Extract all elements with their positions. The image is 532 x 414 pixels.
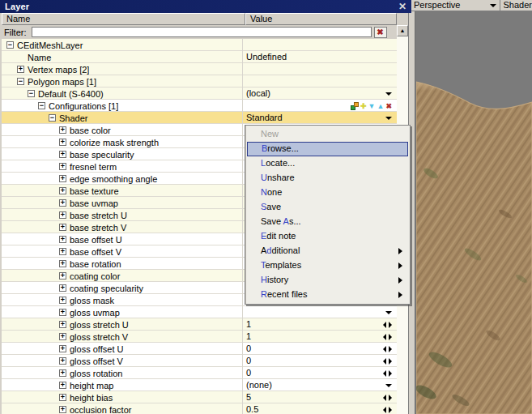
expand-plus-icon[interactable]: + (59, 394, 66, 401)
value-stepper[interactable] (383, 367, 392, 379)
expand-plus-icon[interactable]: + (59, 321, 66, 328)
tree-row-gloss-stretch-u[interactable]: +gloss stretch U1 (2, 318, 397, 331)
tree-row-gloss-rotation[interactable]: +gloss rotation0 (2, 367, 397, 379)
step-right-icon[interactable] (389, 346, 392, 352)
viewport-canvas[interactable] (411, 11, 532, 414)
row-value[interactable]: (none) (246, 379, 272, 391)
value-stepper[interactable] (383, 403, 392, 414)
dropdown-button[interactable] (385, 87, 392, 100)
delete-icon[interactable]: ✖ (385, 102, 392, 110)
tree-row-polygon-maps-1[interactable]: −Polygon maps [1] (2, 75, 397, 87)
expand-plus-icon[interactable]: + (59, 382, 66, 389)
collapse-minus-icon[interactable]: − (6, 41, 14, 49)
row-value[interactable]: 1 (246, 318, 251, 330)
step-left-icon[interactable] (383, 346, 386, 352)
tree-row-gloss-offset-u[interactable]: +gloss offset U0 (2, 343, 397, 355)
expand-plus-icon[interactable]: + (59, 187, 66, 194)
filter-clear-button[interactable]: ✖ (374, 27, 387, 38)
collapse-minus-icon[interactable]: − (38, 102, 45, 109)
display-mode-button[interactable]: Shader (500, 0, 532, 11)
move-down-icon[interactable]: ▼ (368, 102, 376, 110)
expand-plus-icon[interactable]: + (59, 199, 66, 207)
value-stepper[interactable] (383, 391, 392, 403)
expand-plus-icon[interactable]: + (59, 272, 66, 280)
tree-row-name[interactable]: NameUndefined (2, 51, 397, 63)
menu-item-browse[interactable]: Browse... (247, 142, 408, 156)
camera-dropdown[interactable]: Perspective (411, 0, 500, 11)
scroll-up-icon[interactable]: ▲ (397, 25, 408, 36)
column-header-name[interactable]: Name (2, 13, 245, 25)
menu-item-recent-files[interactable]: Recent files (247, 288, 408, 302)
collapse-minus-icon[interactable]: − (28, 90, 35, 97)
expand-plus-icon[interactable]: + (59, 406, 66, 413)
dropdown-button[interactable] (385, 379, 392, 391)
tree-row-default-s-6400[interactable]: −Default (S-6400)(local) (2, 87, 397, 100)
expand-plus-icon[interactable]: + (59, 284, 66, 292)
expand-plus-icon[interactable]: + (59, 163, 66, 170)
step-left-icon[interactable] (383, 322, 386, 328)
tree-row-height-map[interactable]: +height map(none) (2, 379, 397, 391)
expand-plus-icon[interactable]: + (59, 260, 66, 267)
expand-plus-icon[interactable]: + (59, 309, 66, 316)
dropdown-button[interactable] (385, 306, 392, 318)
menu-item-save-as[interactable]: Save As... (247, 215, 408, 229)
column-header-value[interactable]: Value (245, 13, 397, 25)
dropdown-button[interactable] (385, 112, 392, 124)
row-value[interactable]: 1 (246, 331, 251, 342)
collapse-minus-icon[interactable]: − (49, 114, 56, 122)
row-value[interactable]: 0 (246, 343, 251, 354)
close-icon[interactable]: ✕ (398, 1, 406, 12)
value-stepper[interactable] (383, 318, 392, 331)
expand-plus-icon[interactable]: + (59, 126, 66, 134)
tree-row-occlusion-factor[interactable]: +occlusion factor0.5 (2, 403, 397, 414)
expand-plus-icon[interactable]: + (59, 139, 66, 146)
tree-row-shader[interactable]: −ShaderStandard (2, 112, 397, 124)
row-value[interactable]: Undefined (246, 51, 287, 62)
row-value[interactable]: 0 (246, 367, 251, 378)
tree-row-gloss-offset-v[interactable]: +gloss offset V0 (2, 355, 397, 367)
value-stepper[interactable] (383, 331, 392, 343)
row-value[interactable]: 0.5 (246, 403, 258, 414)
expand-plus-icon[interactable]: + (59, 151, 66, 158)
row-value[interactable]: Standard (246, 112, 283, 123)
move-up-icon[interactable]: ▲ (377, 102, 385, 110)
expand-plus-icon[interactable]: + (59, 297, 66, 304)
menu-item-unshare[interactable]: Unshare (247, 171, 408, 186)
step-right-icon[interactable] (389, 370, 392, 377)
filter-input[interactable] (32, 27, 372, 37)
expand-plus-icon[interactable]: + (59, 333, 66, 340)
menu-item-templates[interactable]: Templates (247, 258, 408, 273)
step-left-icon[interactable] (383, 395, 386, 401)
menu-item-none[interactable]: None (247, 186, 408, 200)
row-value[interactable]: 5 (246, 391, 251, 403)
menu-item-save[interactable]: Save (247, 200, 408, 215)
value-stepper[interactable] (383, 355, 392, 367)
step-right-icon[interactable] (389, 395, 392, 401)
step-right-icon[interactable] (389, 358, 392, 365)
tree-row-vertex-maps-2[interactable]: +Vertex maps [2] (2, 63, 397, 75)
expand-plus-icon[interactable]: + (59, 211, 66, 219)
row-value[interactable]: 0 (246, 355, 251, 366)
menu-item-edit-note[interactable]: Edit note (247, 229, 408, 244)
expand-plus-icon[interactable]: + (59, 248, 66, 255)
row-value[interactable]: (local) (246, 87, 270, 99)
value-stepper[interactable] (383, 343, 392, 355)
layers-icon[interactable] (351, 102, 359, 110)
expand-plus-icon[interactable]: + (59, 369, 66, 377)
add-icon[interactable]: ✚ (360, 102, 367, 110)
expand-plus-icon[interactable]: + (59, 357, 66, 365)
step-left-icon[interactable] (383, 370, 386, 377)
expand-plus-icon[interactable]: + (59, 345, 66, 352)
step-left-icon[interactable] (383, 334, 386, 340)
step-left-icon[interactable] (383, 407, 386, 413)
tree-row-gloss-uvmap[interactable]: +gloss uvmap (2, 306, 397, 318)
tree-row-ceditmeshlayer[interactable]: −CEditMeshLayer (2, 39, 397, 51)
menu-item-history[interactable]: History (247, 273, 408, 288)
expand-plus-icon[interactable]: + (59, 224, 66, 231)
collapse-minus-icon[interactable]: − (17, 78, 24, 85)
expand-plus-icon[interactable]: + (59, 236, 66, 243)
expand-plus-icon[interactable]: + (59, 175, 66, 182)
step-right-icon[interactable] (389, 334, 392, 340)
menu-item-additional[interactable]: Additional (247, 244, 408, 258)
menu-item-locate[interactable]: Locate... (247, 156, 408, 171)
